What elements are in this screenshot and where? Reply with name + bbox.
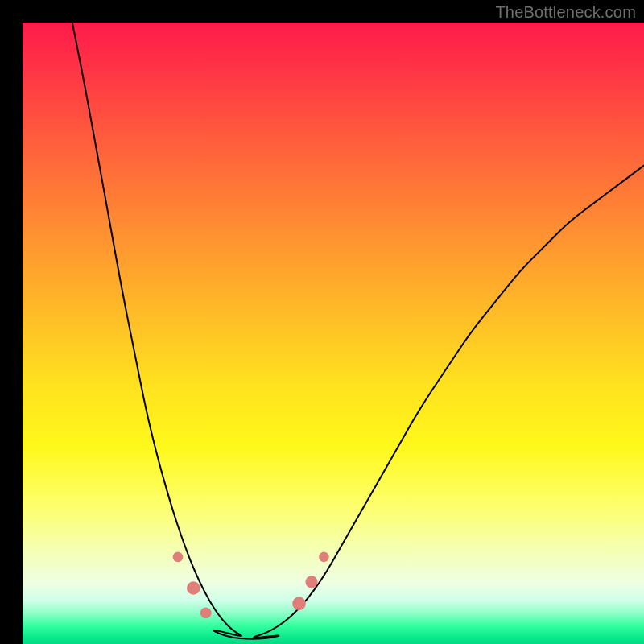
marker-group — [173, 552, 329, 638]
bottleneck-curve — [72, 23, 644, 639]
plot-area — [23, 23, 644, 644]
data-marker — [305, 576, 317, 588]
data-marker — [173, 552, 184, 563]
data-marker — [319, 552, 329, 563]
curve-group — [72, 23, 644, 639]
chart-container: TheBottleneck.com — [0, 0, 644, 644]
data-marker — [200, 608, 212, 619]
curve-svg — [23, 23, 644, 644]
data-marker — [292, 597, 306, 611]
watermark-text: TheBottleneck.com — [495, 3, 636, 22]
data-marker — [187, 581, 200, 595]
